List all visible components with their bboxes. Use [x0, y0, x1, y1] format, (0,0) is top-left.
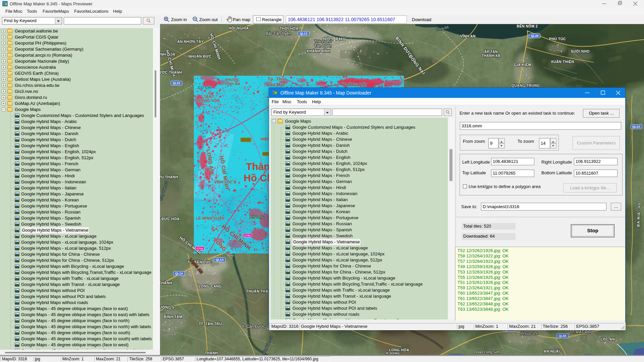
svg-text:HỘI NGHĨA: HỘI NGHĨA — [229, 26, 249, 31]
svg-text:Tp. Thủ: Tp. Thủ — [268, 76, 284, 81]
svg-text:P DONG: P DONG — [386, 351, 400, 355]
svg-text:PHƯỚC: PHƯỚC — [225, 78, 239, 82]
svg-text:tt. Cần Đước: tt. Cần Đước — [242, 324, 265, 329]
svg-text:Phuoc Le: Phuoc Le — [521, 331, 538, 336]
svg-text:HIỆP: HIỆP — [261, 137, 270, 141]
svg-text:CỦ CHI: CỦ CHI — [198, 85, 212, 89]
svg-text:QL1A: QL1A — [216, 258, 224, 261]
svg-text:QL1A: QL1A — [175, 272, 183, 275]
svg-text:BÌNH TÂM: BÌNH TÂM — [164, 315, 182, 319]
svg-text:THỚI HÒA: THỚI HÒA — [280, 26, 299, 31]
svg-text:QL22: QL22 — [173, 81, 180, 85]
svg-text:SUỐI NHO: SUỐI NHO — [571, 49, 590, 53]
svg-text:VĨNH AN: VĨNH AN — [225, 82, 240, 86]
svg-text:ƯỜNG 5: ƯỜNG 5 — [159, 305, 174, 309]
svg-text:QL22: QL22 — [242, 138, 250, 141]
svg-text:Bắc Tân Uyên: Bắc Tân Uyên — [266, 31, 291, 36]
svg-text:VĨNH LỘC B: VĨNH LỘC B — [214, 180, 236, 184]
svg-text:QL55: QL55 — [559, 334, 567, 338]
svg-text:QUANG TRUNG: QUANG TRUNG — [512, 83, 540, 87]
svg-text:ƯỚC THẠNH: ƯỚC THẠNH — [159, 70, 182, 75]
svg-text:Dầu Một: Dầu Một — [267, 82, 285, 87]
svg-text:THÀNH XÃ: THÀNH XÃ — [482, 54, 500, 58]
svg-text:CT01: CT01 — [244, 234, 251, 237]
svg-text:THÔNG HỘI: THÔNG HỘI — [197, 99, 218, 103]
svg-text:PHÚ TÚC: PHÚ TÚC — [549, 37, 566, 41]
svg-text:Thành phố: Thành phố — [314, 39, 332, 43]
svg-text:ẤP TÂN: ẤP TÂN — [484, 50, 498, 54]
svg-text:XUÂN THIỆN: XUÂN THIỆN — [551, 60, 574, 64]
svg-text:NHUẬN ĐỨC: NHUẬN ĐỨC — [188, 54, 211, 59]
svg-text:TT. ĐẤT ĐỎ: TT. ĐẤT ĐỎ — [570, 330, 591, 334]
svg-text:KHÁNH BÌNH: KHÁNH BÌNH — [307, 49, 331, 53]
svg-text:QL13: QL13 — [300, 32, 308, 35]
svg-text:AN NGÃI: AN NGÃI — [544, 349, 560, 353]
svg-text:Đảo Long Sơn: Đảo Long Sơn — [476, 350, 500, 354]
svg-text:Tân Uyên: Tân Uyên — [314, 44, 332, 48]
svg-text:QL1: QL1 — [263, 153, 268, 156]
svg-text:QL1A: QL1A — [632, 125, 641, 128]
svg-text:GIA KIỆM: GIA KIỆM — [514, 63, 531, 67]
svg-text:LÊ MINH XUÂN: LÊ MINH XUÂN — [196, 216, 224, 220]
svg-text:QL20: QL20 — [531, 34, 539, 38]
svg-text:LỘC AN: LỘC AN — [601, 337, 615, 342]
svg-text:THANH: THANH — [205, 351, 218, 355]
svg-text:VĨNH AN: VĨNH AN — [460, 34, 476, 38]
svg-text:TÂN: TÂN — [204, 95, 211, 99]
svg-text:AN NHƠN TÂY: AN NHƠN TÂY — [177, 40, 204, 44]
svg-text:AN LẠC: AN LẠC — [250, 215, 265, 219]
svg-text:CT01: CT01 — [197, 247, 203, 250]
svg-text:TT. TÂN TRỤ: TT. TÂN TRỤ — [199, 322, 222, 326]
svg-text:TRẢNG DÀI: TRẢNG DÀI — [343, 82, 367, 87]
svg-text:LONG CANG: LONG CANG — [199, 284, 222, 288]
svg-text:BẾN NÔM 2: BẾN NÔM 2 — [517, 24, 538, 28]
